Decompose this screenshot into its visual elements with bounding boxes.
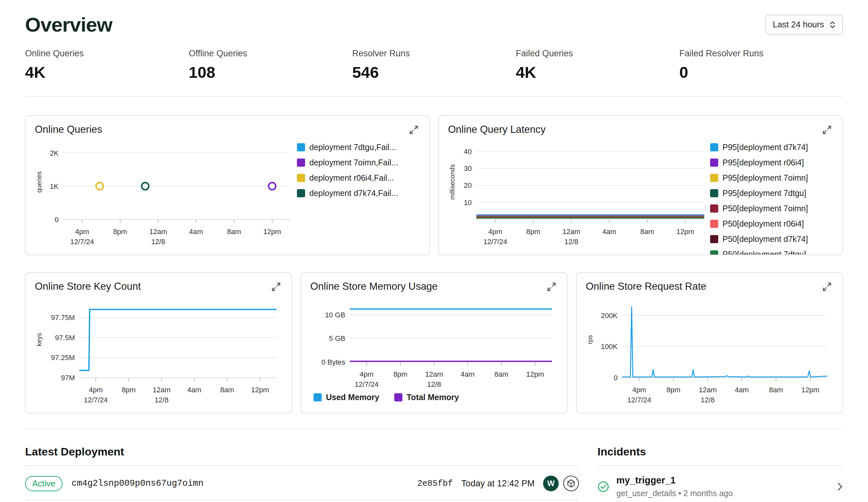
incidents-section: Incidents my_trigger_1 get_user_details … <box>598 445 843 500</box>
chevron-right-icon[interactable] <box>837 481 843 492</box>
legend-swatch <box>710 174 718 182</box>
svg-text:8pm: 8pm <box>113 228 127 236</box>
legend-item: deployment d7k74,Fail... <box>297 188 420 198</box>
legend-label: P50[deployment 7oimn] <box>722 204 808 213</box>
legend-swatch <box>710 220 718 228</box>
svg-text:4am: 4am <box>461 370 475 378</box>
avatar: W <box>543 475 559 491</box>
incidents-heading: Incidents <box>598 445 843 458</box>
svg-text:97.25M: 97.25M <box>51 354 75 362</box>
chart-title: Online Query Latency <box>448 124 546 135</box>
svg-text:8am: 8am <box>494 370 508 378</box>
expand-chart-button[interactable] <box>270 281 282 293</box>
latest-deployment-section: Latest Deployment Active cm4g2lsnp009p0n… <box>25 445 579 500</box>
expand-icon <box>271 282 281 292</box>
svg-text:12/7/24: 12/7/24 <box>483 238 507 246</box>
svg-text:12/8: 12/8 <box>155 396 169 404</box>
legend-swatch <box>710 158 718 167</box>
commit-hash: 2e85fbf <box>417 479 453 488</box>
svg-text:rps: rps <box>586 335 593 344</box>
divider <box>25 428 843 429</box>
expand-chart-button[interactable] <box>407 124 420 136</box>
deployment-row[interactable]: Active cm4g2lsnp009p0ns67ug7oimn 2e85fbf… <box>25 466 579 500</box>
svg-text:97.75M: 97.75M <box>51 314 75 322</box>
legend-label: deployment r06i4,Fail... <box>309 173 394 182</box>
svg-text:40: 40 <box>464 147 472 156</box>
chart-canvas: 0 Bytes5 GB10 GB4pm12/7/248pm12am12/84am… <box>310 296 558 391</box>
svg-text:12am: 12am <box>149 228 167 236</box>
stat-offline-queries: Offline Queries 108 <box>188 49 352 81</box>
svg-text:4pm: 4pm <box>632 386 646 394</box>
svg-text:10 GB: 10 GB <box>325 311 345 319</box>
chart-canvas: 0100K200K4pm12/7/248pm12am12/84am8am12pm… <box>586 296 833 406</box>
svg-text:20: 20 <box>464 181 472 189</box>
legend-item: P50[deployment r06i4] <box>710 219 833 229</box>
svg-text:12/8: 12/8 <box>151 238 165 246</box>
svg-text:4am: 4am <box>187 386 201 394</box>
chart-title: Online Store Memory Usage <box>310 281 437 292</box>
chart-canvas: 01K2K4pm12/7/248pm12am12/84am8am12pmquer… <box>35 139 297 248</box>
svg-text:8pm: 8pm <box>122 386 136 394</box>
svg-text:keys: keys <box>35 333 43 346</box>
status-badge: Active <box>25 476 62 491</box>
stats-row: Online Queries 4K Offline Queries 108 Re… <box>25 49 843 81</box>
legend-item: Used Memory <box>313 393 379 402</box>
legend-label: deployment 7oimn,Fail... <box>309 158 398 167</box>
svg-text:12/7/24: 12/7/24 <box>627 396 651 404</box>
legend-item: P95[deployment 7dtgu] <box>710 188 833 198</box>
legend-label: P95[deployment 7oimn] <box>722 173 808 182</box>
online-store-request-rate-card: Online Store Request Rate 0100K200K4pm12… <box>576 272 843 414</box>
divider <box>598 465 843 466</box>
legend-item: deployment 7oimn,Fail... <box>297 158 420 167</box>
svg-text:12/8: 12/8 <box>427 380 441 388</box>
legend-swatch <box>297 143 305 151</box>
stat-label: Resolver Runs <box>352 49 516 59</box>
svg-text:8am: 8am <box>769 386 783 394</box>
legend-label: deployment 7dtgu,Fail... <box>309 143 396 152</box>
overview-page: Overview Last 24 hours Online Queries 4K… <box>0 0 868 502</box>
legend-swatch <box>297 158 305 167</box>
legend-label: deployment d7k74,Fail... <box>309 188 398 198</box>
legend-label: P50[deployment r06i4] <box>722 219 804 229</box>
svg-text:12/8: 12/8 <box>701 396 715 404</box>
svg-text:97.5M: 97.5M <box>55 334 75 342</box>
expand-chart-button[interactable] <box>821 124 833 136</box>
chart-title: Online Store Request Rate <box>586 281 706 292</box>
legend-swatch <box>710 189 718 197</box>
legend-swatch <box>710 205 718 212</box>
svg-text:4am: 4am <box>735 386 749 394</box>
stat-label: Failed Resolver Runs <box>680 49 843 59</box>
svg-text:8am: 8am <box>640 228 654 236</box>
stat-value: 108 <box>188 63 352 81</box>
svg-text:4pm: 4pm <box>360 370 374 378</box>
incident-row[interactable]: my_trigger_1 get_user_details • 2 months… <box>598 475 843 498</box>
svg-text:12pm: 12pm <box>676 228 694 236</box>
chart-canvas: 102030404pm12/7/248pm12am12/84am8am12pmm… <box>448 139 710 248</box>
svg-text:0: 0 <box>55 216 59 224</box>
svg-text:12pm: 12pm <box>263 228 281 236</box>
svg-text:12pm: 12pm <box>801 386 819 394</box>
stat-label: Offline Queries <box>188 49 352 59</box>
expand-chart-button[interactable] <box>545 281 558 293</box>
legend-swatch <box>710 143 718 151</box>
incident-subtitle: get_user_details • 2 months ago <box>616 489 837 498</box>
legend-item: P95[deployment d7k74] <box>710 143 833 152</box>
expand-chart-button[interactable] <box>821 281 833 293</box>
svg-text:milliseconds: milliseconds <box>449 164 456 200</box>
svg-text:queries: queries <box>35 171 43 193</box>
svg-text:12/7/24: 12/7/24 <box>70 238 94 246</box>
svg-text:8pm: 8pm <box>666 386 681 394</box>
svg-text:4pm: 4pm <box>89 386 103 394</box>
svg-text:12am: 12am <box>425 370 443 378</box>
online-store-key-count-chart: 97M97.25M97.5M97.75M4pm12/7/248pm12am12/… <box>35 296 282 406</box>
stat-value: 546 <box>352 63 516 81</box>
online-queries-chart: 01K2K4pm12/7/248pm12am12/84am8am12pmquer… <box>35 139 420 248</box>
check-circle-icon <box>598 481 609 493</box>
svg-text:8pm: 8pm <box>526 228 540 236</box>
svg-text:4pm: 4pm <box>75 228 89 236</box>
svg-text:97M: 97M <box>61 374 75 382</box>
time-range-select[interactable]: Last 24 hours <box>765 15 843 34</box>
legend-swatch <box>297 174 305 182</box>
svg-text:4am: 4am <box>602 228 616 236</box>
online-store-memory-usage-chart: 0 Bytes5 GB10 GB4pm12/7/248pm12am12/84am… <box>310 296 558 402</box>
